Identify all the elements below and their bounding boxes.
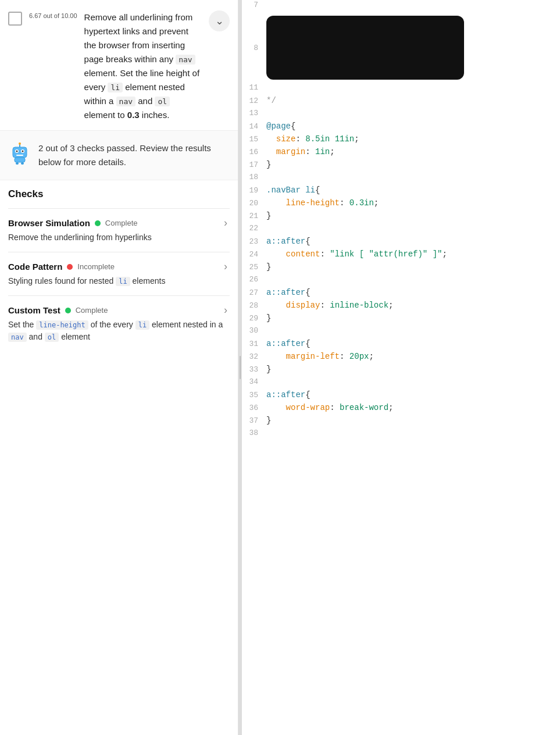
prop-margin: margin (276, 147, 305, 156)
selector-a-after-2: a::after (266, 288, 305, 297)
code-line-7: 7 (242, 0, 560, 13)
val-size: 8.5in 11in (305, 134, 354, 144)
browser-simulation-dot (95, 220, 101, 226)
line-num-38: 38 (242, 429, 266, 437)
line-num-18: 18 (242, 173, 266, 181)
code-line-36: 36 word-wrap: break-word; (242, 402, 560, 415)
task-score: 6.67 out of 10.00 (29, 12, 77, 20)
line-num-7: 7 (242, 1, 266, 9)
prop-word-wrap: word-wrap (286, 403, 330, 412)
val-content: "link [ "attr(href)" ]" (330, 249, 442, 259)
code-line-35: 35 a::after{ (242, 390, 560, 402)
line-num-14: 14 (242, 122, 266, 131)
code-line-13: 13 (242, 108, 560, 121)
line-num-33: 33 (242, 365, 266, 374)
prop-margin-left: margin-left (286, 352, 340, 361)
robot-icon (8, 141, 31, 165)
line-content-16: margin: 1in; (266, 147, 560, 156)
code-line-34: 34 (242, 377, 560, 390)
left-panel: 6.67 out of 10.00 Remove all underlining… (0, 0, 238, 735)
chevron-down-icon: ⌄ (215, 15, 224, 27)
task-header: 6.67 out of 10.00 Remove all underlining… (0, 0, 238, 131)
line-num-11: 11 (242, 83, 266, 92)
prop-display: display (286, 301, 320, 310)
check-item-browser-simulation: Browser Simulation Complete › Remove the… (8, 208, 230, 252)
code-pattern-status: Incomplete (77, 262, 115, 271)
nav-code-1: nav (176, 55, 195, 65)
code-line-25: 25 } (242, 262, 560, 274)
line-content-21: } (266, 211, 560, 220)
svg-rect-5 (16, 155, 23, 156)
custom-test-ol-code: ol (45, 333, 59, 342)
task-checkbox[interactable] (8, 12, 22, 26)
line-num-27: 27 (242, 288, 266, 297)
custom-test-chevron[interactable]: › (222, 304, 230, 316)
val-display: inline-block (330, 301, 388, 310)
line-num-15: 15 (242, 135, 266, 144)
line-num-26: 26 (242, 275, 266, 284)
line-content-24: content: "link [ "attr(href)" ]"; (266, 249, 560, 259)
code-editor[interactable]: 7 8 11 12 */ 13 14 @page{ 15 (242, 0, 560, 735)
line-content-17: } (266, 160, 560, 169)
svg-rect-9 (16, 162, 19, 165)
prop-content: content (286, 249, 320, 259)
line-content-36: word-wrap: break-word; (266, 403, 560, 412)
val-word-wrap: break-word (340, 403, 388, 412)
line-num-12: 12 (242, 97, 266, 105)
line-num-35: 35 (242, 391, 266, 399)
check-item-code-pattern-header: Code Pattern Incomplete › (8, 261, 230, 273)
line-num-8: 8 (242, 44, 266, 52)
line14-brace: { (291, 122, 295, 131)
custom-test-li-code: li (135, 320, 149, 330)
collapse-button[interactable]: ⌄ (209, 10, 230, 31)
val-margin-left: 20px (349, 352, 369, 361)
line-num-21: 21 (242, 212, 266, 220)
checks-title: Checks (8, 188, 230, 200)
line-num-23: 23 (242, 237, 266, 246)
line-content-29: } (266, 313, 560, 323)
code-pattern-chevron[interactable]: › (222, 261, 230, 273)
code-line-17: 17 } (242, 159, 560, 172)
code-line-20: 20 line-height: 0.3in; (242, 198, 560, 210)
code-pattern-dot (67, 264, 73, 270)
code-line-23: 23 a::after{ (242, 236, 560, 249)
code-line-33: 33 } (242, 364, 560, 377)
line-num-20: 20 (242, 199, 266, 208)
feedback-text: 2 out of 3 checks passed. Review the res… (38, 141, 230, 169)
code-line-31: 31 a::after{ (242, 338, 560, 351)
line-content-32: margin-left: 20px; (266, 352, 560, 361)
code-line-21: 21 } (242, 210, 560, 223)
line-content-15: size: 8.5in 11in; (266, 134, 560, 144)
line-num-32: 32 (242, 352, 266, 361)
robot-feedback: 2 out of 3 checks passed. Review the res… (0, 131, 238, 180)
check-item-code-pattern-left: Code Pattern Incomplete (8, 262, 115, 272)
code-line-15: 15 size: 8.5in 11in; (242, 134, 560, 147)
code-line-8-blacked: 8 (242, 13, 560, 83)
line-num-37: 37 (242, 416, 266, 425)
nav-code-2: nav (116, 97, 135, 106)
code-line-14: 14 @page{ (242, 121, 560, 134)
line-num-25: 25 (242, 263, 266, 272)
line-content-37: } (266, 416, 560, 425)
blacked-out-region (266, 16, 464, 80)
svg-point-7 (19, 142, 21, 145)
browser-simulation-name: Browser Simulation (8, 218, 90, 228)
svg-rect-0 (13, 147, 27, 158)
line-num-34: 34 (242, 377, 266, 386)
check-item-custom-test-header: Custom Test Complete › (8, 304, 230, 316)
check-item-custom-test-left: Custom Test Complete (8, 305, 108, 315)
val-margin: 1in (315, 147, 330, 156)
browser-simulation-chevron[interactable]: › (222, 217, 230, 229)
li-code-1: li (108, 83, 123, 92)
line-content-27: a::after{ (266, 288, 560, 297)
code-pattern-li-code: li (116, 277, 130, 286)
custom-test-name: Custom Test (8, 305, 60, 315)
line-num-16: 16 (242, 148, 266, 156)
line-content-14: @page{ (266, 122, 560, 131)
code-line-26: 26 (242, 274, 560, 287)
line-num-13: 13 (242, 109, 266, 117)
line-num-19: 19 (242, 186, 266, 195)
code-lines: 7 8 11 12 */ 13 14 @page{ 15 (242, 0, 560, 441)
custom-test-dot (65, 308, 71, 313)
line-num-24: 24 (242, 250, 266, 259)
